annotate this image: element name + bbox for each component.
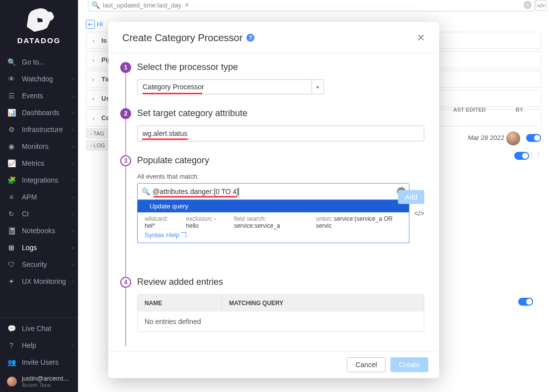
chevron-down-icon: ▾ <box>312 80 323 94</box>
modal-backdrop: Create Category Processor ? ✕ 1 Select t… <box>0 0 549 392</box>
syntax-help-link[interactable]: Syntax Help <box>138 230 409 243</box>
step-number-2: 2 <box>120 108 131 119</box>
highlight-underline <box>154 196 237 197</box>
step-number-4: 4 <box>120 277 131 288</box>
step-1: 1 Select the processor type Category Pro… <box>137 62 424 94</box>
query-text: @attributes.danger:[0 TO 4] <box>153 188 238 196</box>
processor-type-select[interactable]: Category Processor ▾ <box>137 79 324 94</box>
close-icon[interactable]: ✕ <box>417 32 425 44</box>
col-query: MATCHING QUERY <box>222 295 424 312</box>
create-processor-modal: Create Category Processor ? ✕ 1 Select t… <box>108 22 439 378</box>
step-1-title: Select the processor type <box>137 62 424 72</box>
hint-label: exclusion <box>186 215 211 222</box>
add-button[interactable]: Add <box>398 190 424 204</box>
syntax-hints: wildcard: hel* exclusion: -hello field s… <box>138 212 409 230</box>
update-query-option[interactable]: Update query <box>138 200 409 212</box>
query-input[interactable]: 🔍 @attributes.danger:[0 TO 4] ✕ <box>137 183 409 200</box>
hint-label: union <box>316 215 330 222</box>
modal-header: Create Category Processor ? ✕ <box>108 22 439 53</box>
step-connector <box>125 166 126 277</box>
step-4-title: Review added entries <box>137 277 424 287</box>
highlight-underline <box>143 93 202 94</box>
step-number-3: 3 <box>120 155 131 166</box>
help-icon[interactable]: ? <box>246 34 254 42</box>
col-name: NAME <box>138 295 222 312</box>
step-2-title: Set target category attribute <box>137 108 424 119</box>
caret <box>238 188 239 196</box>
step-number-1: 1 <box>120 62 131 73</box>
create-button[interactable]: Create <box>391 357 428 372</box>
step-3-title: Populate category <box>137 155 424 166</box>
cancel-button[interactable]: Cancel <box>347 357 386 372</box>
hint-label: wildcard <box>145 215 166 222</box>
code-toggle-icon[interactable]: </> <box>414 209 424 217</box>
empty-state: No entries defined <box>138 312 424 331</box>
step-2: 2 Set target category attribute <box>137 108 424 141</box>
search-icon: 🔍 <box>142 188 150 196</box>
modal-body: 1 Select the processor type Category Pro… <box>108 53 439 351</box>
query-box: 🔍 @attributes.danger:[0 TO 4] ✕ Update q… <box>137 183 409 243</box>
highlight-underline <box>142 138 188 140</box>
external-link-icon <box>181 232 186 238</box>
step-connector <box>125 119 126 155</box>
table-head: NAME MATCHING QUERY <box>138 295 424 312</box>
modal-footer: Cancel Create <box>108 351 439 378</box>
select-value: Category Processor <box>143 83 204 91</box>
step-3: 3 Populate category All events that matc… <box>137 155 424 263</box>
match-label: All events that match: <box>137 173 424 180</box>
query-suggestions: Update query wildcard: hel* exclusion: -… <box>137 200 409 243</box>
step-4: 4 Review added entries NAME MATCHING QUE… <box>137 277 424 332</box>
step-connector <box>125 73 126 108</box>
hint-label: field search <box>234 215 264 222</box>
entries-table: NAME MATCHING QUERY No entries defined <box>137 294 424 332</box>
step-connector <box>125 288 126 346</box>
modal-title: Create Category Processor <box>122 32 242 44</box>
